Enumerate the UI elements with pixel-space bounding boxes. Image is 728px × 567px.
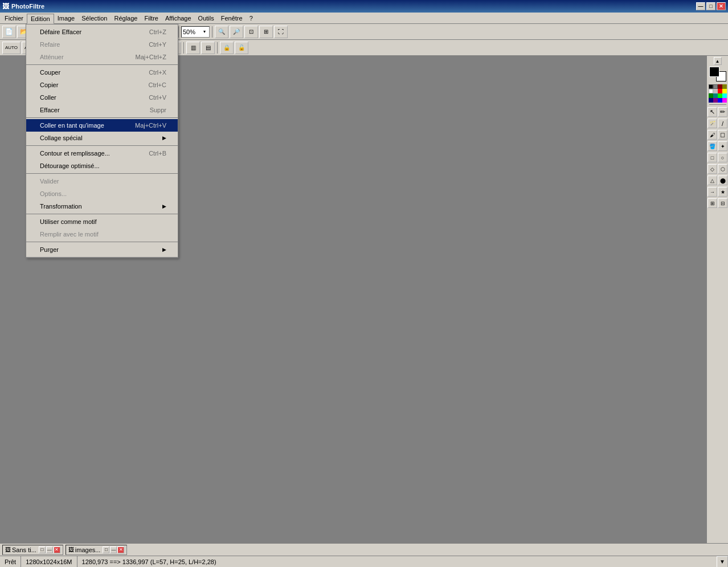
menu-detourage[interactable]: Détourage optimisé... xyxy=(26,160,178,172)
menu-attenuer[interactable]: Atténuer Maj+Ctrl+Z xyxy=(26,51,178,63)
menu-utiliser-motif[interactable]: Utiliser comme motif xyxy=(26,215,178,228)
zoom-input[interactable] xyxy=(183,28,203,35)
color-dark-blue[interactable] xyxy=(709,98,713,103)
zoom-in-button[interactable]: 🔍 xyxy=(215,26,228,38)
line-tool[interactable]: / xyxy=(718,119,727,128)
grid-tool[interactable]: ⊞ xyxy=(707,198,717,208)
lasso-tool[interactable]: ⬤ xyxy=(718,176,727,185)
menu-couper-label: Couper xyxy=(40,69,149,76)
fill-tool[interactable]: 🪣 xyxy=(707,141,717,151)
color-yellow[interactable] xyxy=(722,89,727,93)
paint-tool[interactable]: 🖌 xyxy=(707,130,717,140)
eraser-tool[interactable]: ◻ xyxy=(718,130,727,140)
color-dark-red[interactable] xyxy=(718,84,722,89)
shape-tri-tool[interactable]: △ xyxy=(707,176,717,185)
color-black[interactable] xyxy=(709,84,713,89)
color-light-gray[interactable] xyxy=(713,89,718,93)
menu-contour[interactable]: Contour et remplissage... Ctrl+B xyxy=(26,147,178,160)
menu-collage-special[interactable]: Collage spécial ▶ xyxy=(26,132,178,144)
tool-select[interactable]: ↖ ✏ xyxy=(707,107,727,117)
task-sansti-min[interactable]: — xyxy=(46,546,53,553)
menu-help[interactable]: ? xyxy=(246,13,256,23)
new-button[interactable]: 📄 xyxy=(2,26,16,38)
menu-refaire[interactable]: Refaire Ctrl+Y xyxy=(26,38,178,51)
app-title: PhotoFiltre xyxy=(11,3,44,10)
color-red[interactable] xyxy=(718,89,722,93)
menu-valider[interactable]: Valider xyxy=(26,175,178,187)
scroll-bottom-right[interactable]: ▼ xyxy=(717,556,728,568)
color-olive[interactable] xyxy=(722,84,727,89)
fullscreen-button[interactable]: ⛶ xyxy=(274,26,288,38)
task-images-close[interactable]: ✕ xyxy=(117,546,124,553)
maximize-button[interactable]: □ xyxy=(706,2,715,10)
menu-remplir-motif[interactable]: Remplir avec le motif xyxy=(26,228,178,240)
tool-row3: 🖌 ◻ xyxy=(707,129,727,140)
menu-filtre[interactable]: Filtre xyxy=(141,13,161,23)
arrow-tool[interactable]: → xyxy=(707,187,717,197)
color-blue[interactable] xyxy=(718,98,722,103)
menu-outils[interactable]: Outils xyxy=(195,13,218,23)
menu-contour-shortcut: Ctrl+B xyxy=(149,150,166,157)
menu-purger[interactable]: Purger ▶ xyxy=(26,243,178,256)
menu-section-6: Utiliser comme motif Remplir avec le mot… xyxy=(26,214,178,242)
color-cyan[interactable] xyxy=(722,93,727,98)
zoom-dropdown[interactable]: ▾ xyxy=(203,29,206,34)
zoom-out-button[interactable]: 🔎 xyxy=(230,26,243,38)
task-images-min[interactable]: — xyxy=(110,546,117,553)
color-teal[interactable] xyxy=(713,93,718,98)
view-tool[interactable]: ⊟ xyxy=(718,198,727,208)
menu-fenetre[interactable]: Fenêtre xyxy=(218,13,246,23)
auto-btn[interactable]: AUTO xyxy=(2,42,21,54)
menu-edition[interactable]: Edition xyxy=(27,14,54,24)
scroll-up-icon[interactable]: ▲ xyxy=(714,57,722,65)
menu-couper-shortcut: Ctrl+X xyxy=(149,69,166,76)
shape-diamond-tool[interactable]: ◇ xyxy=(707,164,717,174)
menu-options[interactable]: Options... xyxy=(26,187,178,200)
shape-oval-tool[interactable]: ○ xyxy=(718,153,727,162)
color-purple[interactable] xyxy=(713,98,718,103)
color-selector[interactable] xyxy=(709,67,726,81)
color-lime[interactable] xyxy=(718,93,722,98)
menu-defaire[interactable]: Défaire Effacer Ctrl+Z xyxy=(26,26,178,38)
color-green[interactable] xyxy=(709,93,713,98)
menu-selection[interactable]: Sélection xyxy=(78,13,111,23)
task-sansti-close[interactable]: ✕ xyxy=(54,546,60,553)
task-images[interactable]: 🖼 images... □ — ✕ xyxy=(66,545,128,555)
menu-transformation[interactable]: Transformation ▶ xyxy=(26,200,178,213)
tb2-btn12[interactable]: 🔒 xyxy=(220,42,234,54)
menu-copier[interactable]: Copier Ctrl+C xyxy=(26,79,178,91)
magic-wand-tool[interactable]: 🪄 xyxy=(707,119,717,128)
menu-effacer[interactable]: Effacer Suppr xyxy=(26,104,178,116)
color-gray[interactable] xyxy=(713,84,718,89)
tb2-btn11[interactable]: ▤ xyxy=(201,42,215,54)
tb2-btn13[interactable]: 🔓 xyxy=(235,42,248,54)
menubar: Fichier Edition Image Sélection Réglage … xyxy=(0,13,728,24)
menu-affichage[interactable]: Affichage xyxy=(162,13,195,23)
clone-tool[interactable]: ✦ xyxy=(718,141,727,151)
select-tool[interactable]: ↖ xyxy=(707,107,717,117)
menu-detourage-label: Détourage optimisé... xyxy=(40,162,166,169)
menu-fichier[interactable]: Fichier xyxy=(1,13,27,23)
minimize-button[interactable]: — xyxy=(696,2,705,10)
fit-button[interactable]: ⊡ xyxy=(244,26,258,38)
menu-coller-image[interactable]: Coller en tant qu'image Maj+Ctrl+V xyxy=(26,119,178,132)
shape-poly-tool[interactable]: ⬡ xyxy=(718,164,727,174)
shape-rect-tool[interactable]: □ xyxy=(707,153,717,162)
menu-couper[interactable]: Couper Ctrl+X xyxy=(26,66,178,79)
foreground-color-box[interactable] xyxy=(709,67,719,77)
menu-options-label: Options... xyxy=(40,190,166,197)
close-button[interactable]: ✕ xyxy=(717,2,726,10)
task-sansti-restore[interactable]: □ xyxy=(39,546,46,553)
pencil-tool[interactable]: ✏ xyxy=(718,107,727,117)
task-sansti[interactable]: 🖼 Sans ti... □ — ✕ xyxy=(2,545,63,555)
menu-reglage[interactable]: Réglage xyxy=(111,13,141,23)
special-tool[interactable]: ★ xyxy=(718,187,727,197)
task-sansti-icon: 🖼 xyxy=(5,546,11,553)
actual-size-button[interactable]: ⊞ xyxy=(259,26,273,38)
color-magenta[interactable] xyxy=(722,98,727,103)
task-images-restore[interactable]: □ xyxy=(103,546,109,553)
menu-image[interactable]: Image xyxy=(54,13,79,23)
menu-coller[interactable]: Coller Ctrl+V xyxy=(26,91,178,104)
tb2-btn10[interactable]: ▥ xyxy=(186,42,200,54)
color-white[interactable] xyxy=(709,89,713,93)
